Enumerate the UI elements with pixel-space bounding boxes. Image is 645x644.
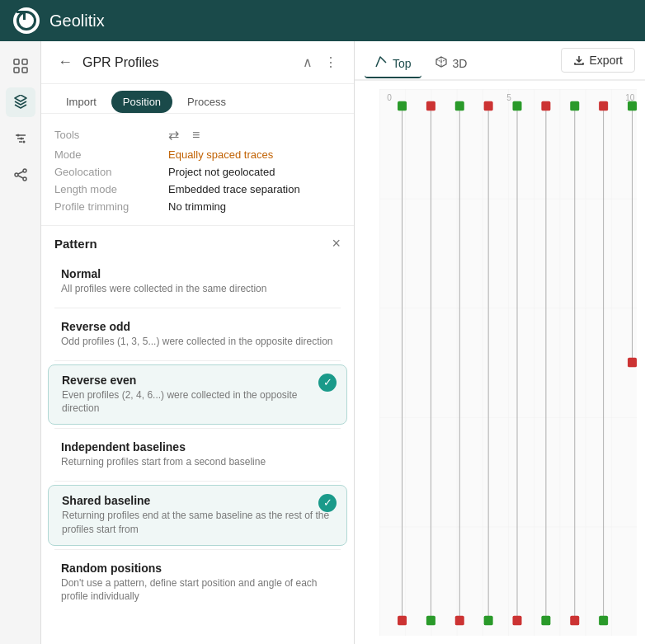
- export-label: Export: [590, 54, 623, 67]
- divider-3: [54, 428, 341, 429]
- more-button[interactable]: ⋮: [321, 51, 341, 73]
- pattern-title: Pattern: [54, 237, 97, 251]
- pattern-normal-title: Normal: [61, 267, 334, 280]
- svg-rect-29: [455, 616, 464, 626]
- 3d-view-icon: [435, 55, 448, 72]
- svg-point-11: [23, 169, 26, 172]
- tools-row: Tools ⇄ ≡: [54, 124, 341, 146]
- panel-title: GPR Profiles: [82, 55, 293, 70]
- chart-area: 0 5 10: [355, 81, 645, 644]
- panel-header: ← GPR Profiles ∧ ⋮: [41, 41, 354, 84]
- panel-header-actions: ∧ ⋮: [299, 51, 341, 73]
- svg-rect-32: [484, 616, 493, 626]
- properties-section: Tools ⇄ ≡ Mode Equally spaced traces Geo…: [41, 114, 354, 226]
- svg-text:0: 0: [387, 92, 392, 101]
- svg-text:10: 10: [625, 92, 634, 101]
- app-logo: [13, 7, 40, 34]
- svg-rect-38: [541, 616, 550, 626]
- tab-process[interactable]: Process: [176, 91, 238, 113]
- profile-trimming-row: Profile trimming No trimming: [54, 198, 341, 215]
- mode-label: Mode: [54, 148, 162, 161]
- svg-rect-2: [22, 59, 27, 64]
- svg-point-9: [20, 138, 22, 140]
- back-button[interactable]: ←: [54, 52, 76, 73]
- geolocation-row: Geolocation Project not geolocated: [54, 163, 341, 181]
- view-tabs: Top 3D Export: [355, 41, 645, 81]
- app-title: Geolitix: [49, 12, 105, 31]
- svg-point-13: [23, 177, 26, 181]
- divider-2: [54, 360, 341, 361]
- pattern-independent-title: Independent baselines: [61, 440, 334, 454]
- mode-value: Equally spaced traces: [168, 148, 273, 161]
- swap-icon[interactable]: ⇄: [168, 127, 179, 143]
- pattern-reverse-even-check: ✓: [318, 374, 337, 392]
- profile-trimming-label: Profile trimming: [54, 200, 162, 213]
- sidebar-btn-grid[interactable]: [6, 51, 35, 81]
- svg-point-8: [16, 134, 19, 137]
- pattern-option-reverse-even[interactable]: Reverse even Even profiles (2, 4, 6...) …: [48, 364, 347, 425]
- view-tab-3d[interactable]: 3D: [425, 50, 478, 78]
- pattern-option-shared-baseline[interactable]: Shared baseline Returning profiles end a…: [48, 485, 347, 546]
- view-tab-top[interactable]: Top: [365, 50, 421, 78]
- pattern-option-normal[interactable]: Normal All profiles were collected in th…: [48, 259, 347, 304]
- view-tab-3d-label: 3D: [453, 57, 468, 70]
- tab-import[interactable]: Import: [54, 91, 108, 113]
- pattern-close-button[interactable]: ×: [332, 236, 341, 251]
- length-mode-label: Length mode: [54, 183, 162, 195]
- pattern-panel: Pattern × Normal All profiles were colle…: [41, 226, 354, 644]
- pattern-random-desc: Don't use a pattern, define start positi…: [61, 576, 334, 604]
- pattern-reverse-even-desc: Even profiles (2, 4, 6...) were collecte…: [62, 388, 333, 416]
- pattern-option-reverse-odd[interactable]: Reverse odd Odd profiles (1, 3, 5...) we…: [48, 312, 347, 357]
- svg-rect-17: [379, 89, 637, 636]
- topbar: Geolitix: [0, 0, 645, 41]
- pattern-random-title: Random positions: [61, 562, 334, 575]
- svg-rect-44: [599, 616, 608, 626]
- svg-point-12: [15, 173, 18, 176]
- pattern-option-random[interactable]: Random positions Don't use a pattern, de…: [48, 553, 347, 613]
- export-button[interactable]: Export: [561, 48, 635, 73]
- pattern-reverse-even-title: Reverse even: [62, 374, 333, 387]
- svg-line-14: [18, 172, 23, 174]
- list-icon[interactable]: ≡: [192, 128, 200, 143]
- svg-rect-25: [426, 101, 435, 111]
- svg-rect-3: [14, 68, 19, 73]
- svg-rect-26: [426, 616, 435, 626]
- left-panel: ← GPR Profiles ∧ ⋮ Import Position Proce…: [41, 41, 355, 644]
- divider-4: [54, 481, 341, 482]
- svg-rect-31: [484, 101, 493, 111]
- sidebar-btn-layers[interactable]: [6, 87, 35, 117]
- pattern-shared-desc: Returning profiles end at the same basel…: [62, 509, 333, 537]
- mode-row: Mode Equally spaced traces: [54, 146, 341, 163]
- pattern-reverse-odd-desc: Odd profiles (1, 3, 5...) were collected…: [61, 335, 334, 349]
- tab-position[interactable]: Position: [111, 91, 172, 113]
- svg-point-0: [16, 10, 37, 31]
- pattern-independent-desc: Returning profiles start from a second b…: [61, 455, 334, 469]
- pattern-option-independent-baselines[interactable]: Independent baselines Returning profiles…: [48, 432, 347, 477]
- view-tab-top-label: Top: [393, 57, 412, 70]
- pattern-normal-desc: All profiles were collected in the same …: [61, 282, 334, 296]
- svg-rect-28: [455, 101, 464, 111]
- sidebar-btn-share[interactable]: [6, 160, 35, 190]
- top-view-icon: [374, 55, 388, 72]
- svg-rect-43: [599, 101, 608, 111]
- geolocation-label: Geolocation: [54, 166, 162, 178]
- tab-bar: Import Position Process: [41, 84, 354, 114]
- length-mode-row: Length mode Embedded trace separation: [54, 181, 341, 198]
- svg-rect-22: [398, 101, 407, 111]
- svg-rect-40: [570, 101, 579, 111]
- svg-rect-41: [570, 616, 579, 626]
- pattern-reverse-odd-title: Reverse odd: [61, 320, 334, 333]
- svg-rect-46: [628, 101, 637, 111]
- svg-text:5: 5: [506, 92, 511, 101]
- length-mode-value: Embedded trace separation: [168, 183, 300, 195]
- collapse-button[interactable]: ∧: [299, 51, 316, 73]
- svg-rect-34: [513, 101, 522, 111]
- geolocation-value: Project not geolocated: [168, 166, 275, 178]
- svg-rect-47: [628, 358, 637, 368]
- pattern-header: Pattern ×: [41, 226, 354, 257]
- pattern-shared-check: ✓: [318, 494, 337, 512]
- svg-point-10: [22, 141, 25, 143]
- profile-trimming-value: No trimming: [168, 200, 226, 213]
- svg-rect-35: [513, 616, 522, 626]
- sidebar-btn-filter[interactable]: [6, 124, 35, 153]
